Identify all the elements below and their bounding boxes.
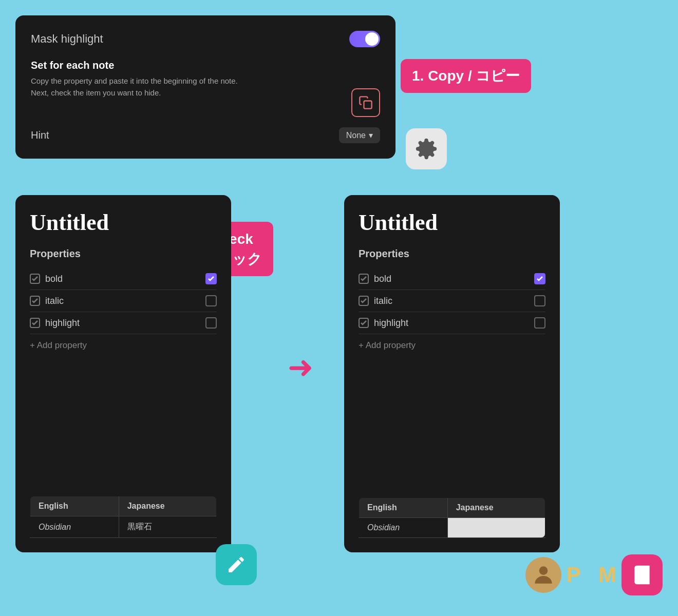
left-table-header-japanese: Japanese [119, 496, 216, 516]
right-italic-label: italic [374, 296, 392, 306]
right-italic-check-icon [359, 296, 369, 306]
hint-select[interactable]: None ▾ [339, 127, 380, 143]
left-note-title: Untitled [30, 209, 217, 236]
right-prop-italic: italic [359, 290, 545, 312]
right-table-header-japanese: Japanese [447, 498, 545, 518]
left-italic-check-icon [30, 296, 40, 306]
left-table-cell-obsidian: Obsidian [30, 516, 119, 538]
left-bold-checkbox[interactable] [205, 273, 217, 284]
left-table-cell-japanese: 黒曜石 [119, 516, 216, 538]
gear-icon [415, 138, 438, 160]
right-note-card: Untitled Properties bold [344, 195, 560, 552]
right-italic-checkbox[interactable] [534, 295, 545, 306]
svg-rect-0 [364, 101, 372, 109]
right-bold-checkbox[interactable] [534, 273, 545, 284]
mask-highlight-label: Mask highlight [31, 32, 103, 46]
left-highlight-check-icon [30, 318, 40, 328]
copy-button[interactable] [351, 88, 380, 117]
right-table-cell-blank [447, 518, 545, 538]
left-note-table: English Japanese Obsidian 黒曜石 [30, 496, 217, 538]
gear-icon-bubble[interactable] [406, 128, 447, 169]
pkm-text-label: PKM [567, 563, 616, 587]
right-bold-label: bold [374, 274, 391, 284]
right-bold-check-icon [359, 274, 369, 284]
right-properties-label: Properties [359, 248, 545, 260]
left-prop-bold: bold [30, 268, 217, 290]
pkm-m: M [598, 563, 616, 587]
left-bold-check-icon [30, 274, 40, 284]
right-highlight-checkbox[interactable] [534, 317, 545, 329]
left-highlight-label: highlight [45, 318, 80, 329]
callout-copy: 1. Copy / コピー [401, 59, 531, 93]
chevron-down-icon: ▾ [369, 130, 373, 140]
table-row: Obsidian 黒曜石 [30, 516, 217, 538]
left-prop-highlight: highlight [30, 312, 217, 334]
pencil-icon [226, 554, 247, 575]
person-icon [531, 562, 556, 588]
left-italic-checkbox[interactable] [205, 295, 217, 306]
left-table-wrapper: English Japanese Obsidian 黒曜石 [30, 537, 217, 538]
right-prop-bold: bold [359, 268, 545, 290]
book-icon-bubble[interactable] [622, 554, 663, 595]
right-note-title: Untitled [359, 209, 545, 236]
hint-label: Hint [31, 129, 49, 141]
callout-copy-text: 1. Copy / コピー [412, 68, 520, 84]
copy-icon [359, 95, 373, 110]
right-table-wrapper: English Japanese Obsidian [359, 537, 545, 538]
left-add-property[interactable]: + Add property [30, 334, 217, 357]
right-add-property-label: + Add property [359, 340, 416, 351]
book-icon [631, 564, 653, 586]
left-italic-label: italic [45, 296, 64, 306]
hint-row: Hint None ▾ [31, 127, 380, 143]
pkm-k: K [582, 563, 597, 587]
top-settings-card: Mask highlight Set for each note Copy th… [15, 15, 396, 159]
right-properties-section: Properties bold italic [359, 248, 545, 357]
right-add-property[interactable]: + Add property [359, 334, 545, 357]
left-highlight-checkbox[interactable] [205, 317, 217, 329]
right-prop-highlight: highlight [359, 312, 545, 334]
pencil-icon-bubble[interactable] [216, 544, 257, 585]
mask-highlight-toggle[interactable] [349, 31, 380, 47]
right-note-table: English Japanese Obsidian [359, 497, 545, 538]
left-add-property-label: + Add property [30, 340, 87, 351]
right-table-header-english: English [359, 498, 448, 518]
toggle-knob [365, 32, 379, 46]
table-row: Obsidian [359, 518, 545, 538]
left-properties-section: Properties bold italic [30, 248, 217, 357]
left-bold-label: bold [45, 274, 63, 284]
pkm-p: P [567, 563, 581, 587]
right-highlight-check-icon [359, 318, 369, 328]
svg-point-1 [539, 566, 548, 575]
avatar [525, 557, 561, 593]
left-note-card: Untitled Properties bold [15, 195, 231, 552]
pkm-area: PKM [525, 554, 663, 595]
arrow-right: ➜ [288, 349, 313, 385]
left-prop-italic: italic [30, 290, 217, 312]
left-properties-label: Properties [30, 248, 217, 260]
set-for-each-title: Set for each note [31, 60, 380, 71]
right-highlight-label: highlight [374, 318, 408, 329]
right-table-cell-obsidian: Obsidian [359, 518, 448, 538]
left-table-header-english: English [30, 496, 119, 516]
hint-value: None [346, 131, 366, 140]
mask-highlight-row: Mask highlight [31, 31, 380, 47]
